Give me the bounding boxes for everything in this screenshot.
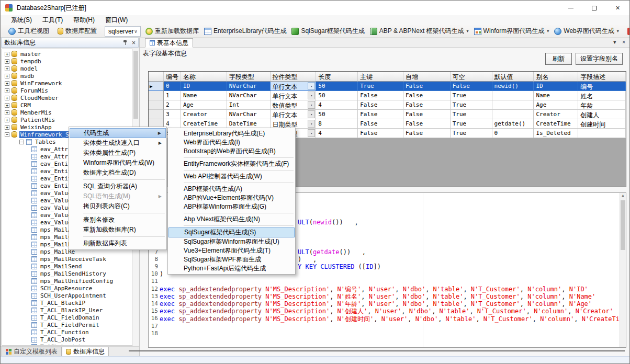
tree-expand-toggle[interactable]: + — [5, 52, 9, 56]
cell-id[interactable]: 1 — [164, 91, 181, 100]
row-header-cell[interactable] — [149, 100, 164, 110]
submenu-item[interactable]: Abp VNext框架代码生成(N) — [168, 215, 295, 224]
panel-header[interactable]: 数据库信息 × — [1, 38, 139, 48]
chevron-down-icon[interactable]: ▾ — [617, 29, 619, 33]
tree-item[interactable]: mps_MailSendHistory — [2, 270, 132, 277]
submenu-item[interactable]: ABP的Vue+Element界面代码(V) — [168, 194, 295, 202]
chevron-down-icon[interactable]: ▾ — [467, 29, 469, 33]
grid-column-header[interactable]: 字段类型 — [227, 72, 271, 82]
tree-item[interactable]: T_ACL_FieldPermit — [2, 321, 132, 328]
cell-auto-increment[interactable]: False — [403, 100, 451, 110]
winform-codegen-button[interactable]: Winform界面代码生成▾ — [471, 26, 552, 37]
enterprise-codegen-button[interactable]: EnterpriseLibrary代码生成 — [201, 26, 289, 37]
cell-id[interactable]: 3 — [164, 110, 181, 119]
chevron-down-icon[interactable]: ▾ — [547, 29, 549, 33]
cell-nullable[interactable]: True — [451, 110, 492, 119]
tree-item[interactable]: T_ACL_BlackIP — [2, 299, 132, 306]
tree-expand-toggle[interactable]: + — [5, 118, 9, 122]
submenu-item[interactable]: Bootstrap的Web界面代码生成(B) — [168, 147, 295, 156]
editor-scrollbar[interactable]: ▲ — [620, 193, 626, 347]
submenu-item[interactable]: ABP框架Winform界面生成(G) — [168, 202, 295, 211]
cell-length[interactable]: 8 — [316, 119, 358, 129]
context-menu-item[interactable]: 刷新数据库列表 — [70, 238, 166, 248]
cell-field-type[interactable]: NVarChar — [227, 110, 271, 119]
doc-close-icon[interactable]: × — [622, 39, 625, 46]
scroll-up-icon[interactable]: ▲ — [620, 194, 626, 197]
tree-item[interactable]: T_ACL_FieldDomain — [2, 314, 132, 321]
cell-primary-key[interactable]: False — [358, 129, 403, 138]
tree-item[interactable]: mps_MailReceiveTask — [2, 255, 132, 263]
grid-column-header[interactable]: 名称 — [181, 72, 227, 82]
cell-control-type[interactable]: 数值类型▾ — [271, 100, 317, 110]
context-menu-item[interactable]: SQL 查询分析器(A) — [70, 181, 166, 191]
submenu-item[interactable]: EntityFramework实体框架代码生成(F) — [168, 160, 295, 168]
cell-nullable[interactable]: True — [451, 91, 492, 100]
control-type-dropdown-icon[interactable]: ▾ — [308, 92, 315, 99]
tree-item[interactable]: + tempdb — [2, 58, 132, 65]
cell-name[interactable]: ID — [181, 82, 227, 91]
cell-name[interactable]: Age — [181, 100, 227, 110]
set-field-alias-button[interactable]: 设置字段别名 — [576, 53, 623, 65]
cell-default-value[interactable]: 0 — [492, 129, 534, 138]
control-type-dropdown-icon[interactable]: ▾ — [308, 110, 315, 118]
tree-expand-toggle[interactable]: + — [5, 74, 9, 78]
tree-item[interactable]: + master — [2, 50, 132, 58]
cell-default-value[interactable] — [492, 110, 534, 119]
cell-control-type[interactable]: 单行文本▾ — [271, 82, 317, 91]
cell-alias[interactable]: CreateTime — [534, 119, 578, 129]
cell-description[interactable]: 姓名 — [578, 91, 626, 100]
tree-item[interactable]: mps_MailUnifiedConfig — [2, 277, 132, 285]
cell-field-type[interactable]: Int — [227, 100, 271, 110]
cell-length[interactable]: 50 — [316, 110, 358, 119]
cell-length[interactable]: 50 — [316, 91, 358, 100]
context-menu-item[interactable]: 拷贝列表内容(C) — [70, 201, 166, 211]
cell-description[interactable]: 创建时间 — [578, 119, 626, 129]
pin-icon[interactable] — [123, 40, 128, 46]
cell-length[interactable]: 4 — [316, 100, 358, 110]
cell-nullable[interactable]: False — [451, 82, 492, 91]
cell-nullable[interactable]: True — [451, 119, 492, 129]
context-menu-item[interactable]: 数据库文档生成(D) — [70, 168, 166, 178]
tree-item[interactable]: SCH_UserAppointment — [2, 292, 132, 299]
grid-column-header[interactable]: 别名 — [534, 72, 578, 82]
tree-item[interactable]: + PatientMis — [2, 116, 132, 123]
tree-item[interactable]: T_ACL_LoginLog — [2, 343, 132, 346]
horizontal-splitter[interactable] — [129, 350, 625, 351]
cell-description[interactable]: 编号 — [578, 82, 626, 91]
submenu-item[interactable]: Vue3+Element界面代码生成(T) — [168, 246, 295, 255]
grid-column-header[interactable]: 默认值 — [492, 72, 534, 82]
row-header-cell[interactable]: ▶ — [149, 82, 164, 91]
submenu-item[interactable]: SqlSugar框架WPF界面生成 — [168, 255, 295, 264]
cell-default-value[interactable] — [492, 100, 534, 110]
cell-description[interactable]: 创建人 — [578, 110, 626, 119]
grid-row[interactable]: ▶ 0 ID NVarChar 单行文本▾ 50 True False Fals… — [149, 82, 626, 91]
tree-item[interactable]: + CloudMember — [2, 94, 132, 101]
row-header-cell[interactable] — [149, 91, 164, 100]
tree-expand-toggle[interactable]: + — [5, 110, 9, 115]
submenu-item[interactable]: SqlSugar框架代码生成(S) — [168, 228, 295, 237]
control-type-dropdown-icon[interactable]: ▾ — [308, 101, 315, 109]
refresh-button[interactable]: 刷新 — [545, 53, 572, 65]
context-menu-item[interactable]: 表别名修改 — [70, 215, 166, 225]
cell-auto-increment[interactable]: False — [403, 82, 451, 91]
control-type-dropdown-icon[interactable]: ▾ — [308, 129, 315, 137]
grid-column-header[interactable]: 控件类型 — [271, 72, 317, 82]
menubar-item[interactable]: 帮助(H) — [68, 15, 100, 26]
context-menu-item[interactable]: 实体类生成快速入口 ▶ — [70, 138, 166, 148]
grid-row[interactable]: 3 Creator NVarChar 单行文本▾ 50 False False … — [149, 110, 626, 119]
context-menu-item[interactable]: 重新加载数据库(R) — [70, 225, 166, 235]
cell-length[interactable]: 50 — [316, 82, 358, 91]
editor-scrollbar-thumb[interactable] — [621, 200, 625, 250]
cell-default-value[interactable] — [492, 91, 534, 100]
panel-close-icon[interactable]: × — [132, 40, 136, 46]
cell-length[interactable]: 4 — [316, 129, 358, 138]
cell-auto-increment[interactable]: False — [403, 129, 451, 138]
tree-item[interactable]: + msdb — [2, 72, 132, 79]
tree-expand-toggle[interactable]: + — [5, 103, 9, 108]
tree-item[interactable]: SCH_AppResource — [2, 285, 132, 292]
cell-field-type[interactable]: NVarChar — [227, 82, 271, 91]
cell-primary-key[interactable]: False — [358, 119, 403, 129]
tree-item[interactable]: + WinFramework — [2, 79, 132, 87]
tree-expand-toggle[interactable]: + — [5, 125, 9, 130]
submenu-item[interactable]: Web API控制器代码生成(W) — [168, 172, 295, 181]
